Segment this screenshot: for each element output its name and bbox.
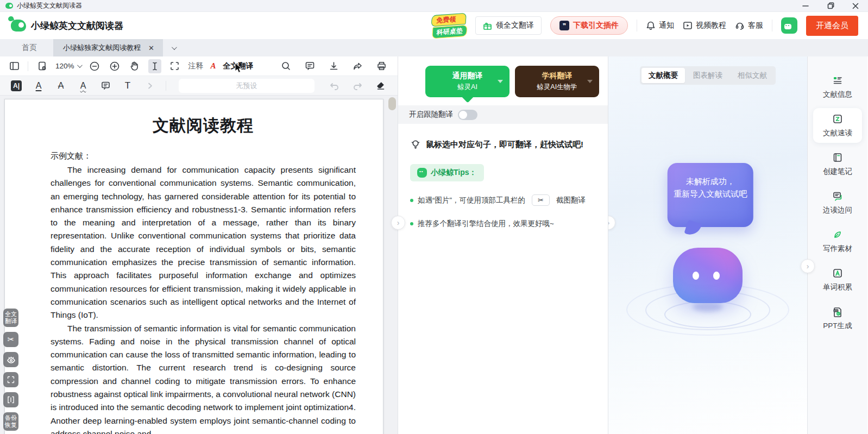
- video-tutorial-button[interactable]: 视频教程: [683, 21, 726, 30]
- sidebar-item-label: 文献信息: [823, 90, 852, 99]
- share-button[interactable]: [351, 59, 364, 73]
- dock-screenshot-translate-button[interactable]: ✂: [3, 332, 18, 347]
- pdf-reader-panel: 120% 注释 A 全文翻译 A| A A A: [0, 56, 398, 434]
- dock-full-translate-button[interactable]: 全文翻译: [3, 309, 18, 327]
- download-button[interactable]: [327, 59, 340, 73]
- restore-button[interactable]: [818, 0, 843, 12]
- mascot-eye: [693, 272, 699, 280]
- bell-icon: [646, 21, 656, 30]
- full-text-translate-button[interactable]: 全文翻译: [223, 61, 254, 71]
- general-translate-engine-button[interactable]: 通用翻译 鲸灵AI: [425, 66, 510, 97]
- underline-icon: A: [36, 81, 42, 90]
- strikethrough-button[interactable]: A: [54, 79, 67, 93]
- follow-translate-toggle[interactable]: [458, 110, 477, 120]
- translation-tips-area: 鼠标选中对应句子，即可翻译，赶快试试吧! 小绿鲸Tips： 如遇“图片”，可使用…: [398, 124, 608, 229]
- dock-fullscreen-button[interactable]: [3, 372, 18, 387]
- tab-doc-overview[interactable]: 文献概要: [641, 68, 685, 83]
- tab-home[interactable]: 首页: [5, 39, 53, 56]
- annotate-mode-button[interactable]: 注释: [188, 61, 204, 71]
- undo-button[interactable]: [328, 79, 341, 93]
- subject-translate-engine-button[interactable]: 学科翻译 鲸灵AI生物学: [515, 66, 599, 97]
- bullet-icon: [410, 222, 413, 225]
- fullscreen-icon: [7, 375, 15, 384]
- tip-item-screenshot: 如遇“图片”，可使用顶部工具栏的 ✂ 截图翻译: [410, 194, 597, 206]
- sidebar-item-ppt-generate[interactable]: PPT PPT生成: [813, 301, 862, 336]
- main-area: 120% 注释 A 全文翻译 A| A A A: [0, 56, 868, 434]
- print-button[interactable]: [375, 59, 388, 73]
- customer-service-button[interactable]: 客服: [735, 21, 763, 30]
- user-avatar[interactable]: [781, 17, 797, 34]
- text-select-tool-button[interactable]: [148, 59, 161, 73]
- close-button[interactable]: [843, 0, 868, 12]
- fullscreen-button[interactable]: [168, 59, 181, 73]
- promo-badge-line1: 免费领: [431, 12, 467, 27]
- dock-split-view-button[interactable]: [3, 392, 18, 407]
- tab-close-icon[interactable]: ✕: [147, 44, 155, 52]
- upgrade-membership-button[interactable]: 开通会员: [806, 16, 858, 36]
- sidebar-item-label: 边读边问: [823, 205, 852, 215]
- gift-icon: [483, 21, 492, 30]
- sidebar-item-label: 文献速读: [823, 128, 852, 138]
- sidebar-item-writing-material[interactable]: 写作素材: [813, 224, 862, 259]
- tab-figure-analysis[interactable]: 图表解读: [686, 68, 729, 83]
- minimize-button[interactable]: [793, 0, 818, 12]
- sidebar-item-label: 写作素材: [823, 244, 852, 254]
- headset-icon: [735, 21, 745, 30]
- doc-info-icon: [832, 74, 844, 86]
- tools-sidebar-collapse-handle[interactable]: ›: [801, 259, 815, 273]
- search-button[interactable]: [279, 59, 292, 73]
- annotation-preset-select[interactable]: 无预设: [179, 79, 315, 93]
- lightbulb-icon: [410, 139, 421, 150]
- tab-document-active[interactable]: 小绿鲸独家文献阅读教程 ✕: [53, 39, 163, 56]
- dock-eye-protect-button[interactable]: [3, 352, 18, 367]
- download-plugin-button[interactable]: ❞ 下载引文插件: [550, 16, 628, 35]
- text-annotation-button[interactable]: T: [121, 79, 134, 93]
- sidebar-item-create-note[interactable]: 创建笔记: [813, 147, 862, 181]
- add-note-button[interactable]: [99, 79, 112, 93]
- zoom-in-button[interactable]: [108, 59, 121, 73]
- highlight-underline-button[interactable]: A: [32, 79, 45, 93]
- bullet-icon: [410, 199, 413, 202]
- zoom-out-button[interactable]: [88, 59, 101, 73]
- tips-title: 小绿鲸Tips：: [431, 168, 477, 178]
- tip1-suffix: 截图翻译: [556, 196, 586, 205]
- notifications-button[interactable]: 通知: [646, 21, 674, 30]
- zoom-level-select[interactable]: 120%: [55, 62, 81, 70]
- mascot-eye: [713, 272, 720, 280]
- tab-document-label: 小绿鲸独家文献阅读教程: [63, 43, 141, 53]
- customer-service-label: 客服: [748, 21, 763, 30]
- squiggly-underline-button[interactable]: A: [77, 79, 90, 93]
- eye-icon: [7, 355, 16, 364]
- eraser-button[interactable]: [374, 79, 387, 93]
- sidebar-item-doc-info[interactable]: 文献信息: [813, 70, 862, 104]
- pdf-page[interactable]: 文献阅读教程 示例文献： The increasing demand for c…: [4, 99, 383, 434]
- notifications-label: 通知: [659, 21, 674, 30]
- app-whale-icon: [5, 3, 13, 9]
- promo-badge[interactable]: 免费领 科研桌垫: [431, 12, 468, 38]
- tab-similar-papers[interactable]: 相似文献: [731, 68, 774, 83]
- sidebar-item-speed-read[interactable]: 文献速读: [813, 108, 862, 143]
- page-settings-button[interactable]: [35, 59, 48, 73]
- sidebar-item-ask-while-reading[interactable]: 边读边问: [813, 185, 862, 220]
- dock-full-translate-label: 全文翻译: [4, 311, 17, 325]
- vertical-scrollbar-thumb[interactable]: [388, 97, 396, 110]
- dock-backup-restore-button[interactable]: 备份恢复: [3, 412, 18, 431]
- tip-item-engines: 推荐多个翻译引擎结合使用，效果更好哦~: [410, 219, 597, 229]
- redo-button[interactable]: [351, 79, 364, 93]
- tab-list-dropdown[interactable]: [163, 39, 185, 56]
- sidebar-toggle-button[interactable]: [8, 59, 21, 73]
- screenshot-translate-chip[interactable]: ✂: [532, 194, 550, 206]
- claim-translation-button[interactable]: 领全文翻译: [475, 16, 542, 35]
- citation-plugin-icon: ❞: [559, 21, 569, 30]
- sidebar-item-label: 单词积累: [823, 282, 852, 292]
- tip1-prefix: 如遇“图片”，可使用顶部工具栏的: [418, 196, 525, 205]
- dock-backup-restore-label: 备份恢复: [4, 414, 17, 429]
- comments-button[interactable]: [303, 59, 316, 73]
- hand-tool-button[interactable]: [128, 59, 141, 73]
- sidebar-item-vocabulary[interactable]: 单词积累: [813, 262, 862, 297]
- ai-select-translate-button[interactable]: A|: [10, 79, 23, 93]
- translation-panel-collapse-handle[interactable]: ›: [391, 216, 405, 230]
- insight-panel-collapse-handle[interactable]: ›: [608, 216, 615, 230]
- sidebar-item-label: 创建笔记: [823, 167, 852, 177]
- more-annotation-tools-button[interactable]: [143, 79, 156, 93]
